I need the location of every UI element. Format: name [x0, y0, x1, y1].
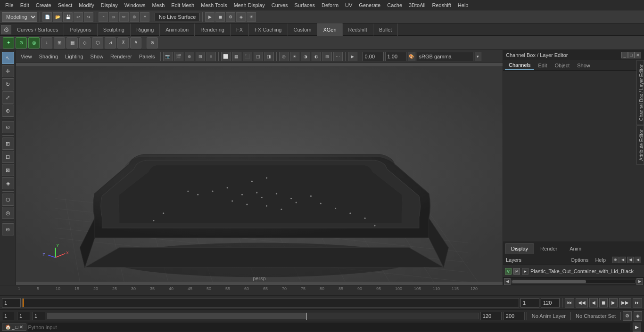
light-icon[interactable]: ☀ [290, 52, 299, 61]
menu-item-surfaces[interactable]: Surfaces [291, 1, 318, 9]
tab-redshift[interactable]: Redshift [343, 24, 373, 36]
layer-new-icon[interactable]: ⊕ [612, 257, 619, 263]
tab-curves-surfaces[interactable]: Curves / Surfaces [11, 24, 64, 36]
select-by-hierarchy-icon[interactable]: ⋯ [99, 12, 108, 22]
bounding-box-icon[interactable]: ◫ [254, 52, 263, 61]
pb-play-back[interactable]: ◀ [589, 298, 598, 308]
select-tool[interactable]: ↖ [2, 52, 14, 64]
hud-icon[interactable]: ⋯ [333, 52, 343, 61]
scroll-left-btn[interactable]: ◀ [504, 278, 511, 285]
snap-curve-tool[interactable]: ⊠ [2, 164, 14, 176]
rotation-value[interactable] [363, 52, 384, 61]
range-start-input[interactable] [520, 298, 539, 308]
ao-icon[interactable]: ◐ [312, 52, 321, 61]
cb-tab-show[interactable]: Show [573, 62, 594, 69]
xgen-paint-tool[interactable]: ⬡ [2, 194, 14, 206]
soft-mod-icon[interactable]: ⊚ [130, 12, 139, 22]
menu-item-file[interactable]: File [2, 1, 17, 9]
render-icon[interactable]: ▶ [205, 12, 215, 22]
smooth-icon[interactable]: ⬛ [243, 52, 252, 61]
layers-help-btn[interactable]: Help [593, 257, 608, 263]
xgen-icon-12[interactable]: ⊗ [147, 37, 158, 49]
light-editor-icon[interactable]: ☀ [247, 12, 256, 22]
menu-item-generate[interactable]: Generate [355, 1, 384, 9]
scene-max-btn[interactable]: □ [16, 324, 18, 330]
layers-options-btn[interactable]: Options [568, 257, 591, 263]
xgen-icon-9[interactable]: ⊿ [105, 37, 116, 49]
tab-fx[interactable]: FX [231, 24, 249, 36]
snap-icon[interactable]: ⌖ [140, 12, 149, 22]
pb-stop[interactable]: ◼ [599, 298, 608, 308]
tab-xgen[interactable]: XGen [317, 24, 342, 36]
status-frame-2[interactable] [17, 312, 30, 320]
colorspace-icon[interactable]: 🎨 [408, 52, 415, 61]
status-frame-3[interactable] [32, 312, 45, 320]
channel-box-minimize[interactable]: _ [621, 52, 628, 58]
tab-bullet[interactable]: Bullet [373, 24, 398, 36]
tab-polygons[interactable]: Polygons [64, 24, 97, 36]
redo-icon[interactable]: ↪ [84, 12, 93, 22]
python-run-btn[interactable]: ▶ [633, 323, 641, 332]
menu-item-mesh[interactable]: Mesh [149, 1, 168, 9]
xgen-icon-10[interactable]: ⊼ [117, 37, 129, 49]
scene-window-btn[interactable]: 🏠 _ □ ✕ [2, 324, 26, 331]
timeline-ruler[interactable]: 1 5 10 15 20 25 30 35 40 45 50 55 60 65 … [0, 285, 644, 295]
timeline-range-bar[interactable] [47, 313, 479, 319]
layer-item-0[interactable]: V P ▸ Plastic_Take_Out_Container_with_Li… [503, 266, 644, 276]
rotate-tool[interactable]: ↻ [2, 78, 14, 90]
open-file-icon[interactable]: 📂 [53, 12, 62, 22]
tab-rendering[interactable]: Rendering [195, 24, 231, 36]
menu-item-edit-mesh[interactable]: Edit Mesh [168, 1, 198, 9]
menu-item-deform[interactable]: Deform [318, 1, 342, 9]
layer-move-down-icon[interactable]: ◀ [627, 257, 634, 263]
timeline-track[interactable] [22, 298, 519, 308]
edge-tab-attribute-editor[interactable]: Attribute Editor [636, 125, 644, 165]
pb-play-fwd[interactable]: ▶ [609, 298, 618, 308]
smooth-wire-icon[interactable]: ▦ [232, 52, 241, 61]
snap-grid-tool[interactable]: ⊟ [2, 151, 14, 163]
xray-icon[interactable]: ◨ [264, 52, 274, 61]
layer-p-0[interactable]: P [513, 268, 520, 275]
menu-item-display[interactable]: Display [98, 1, 121, 9]
edge-tab-channel-box[interactable]: Channel Box / Layer Editor [636, 60, 644, 125]
tab-animation[interactable]: Animation [160, 24, 195, 36]
menu-item-help[interactable]: Help [454, 1, 472, 9]
display-tab-display[interactable]: Display [505, 243, 534, 254]
ipr-icon[interactable]: ◼ [215, 12, 225, 22]
vp-menu-show[interactable]: Show [88, 53, 107, 60]
save-file-icon[interactable]: 💾 [63, 12, 73, 22]
status-end-frame[interactable] [480, 312, 502, 320]
tab-custom[interactable]: Custom [288, 24, 318, 36]
move-tool[interactable]: ✛ [2, 65, 14, 77]
scroll-right-btn[interactable]: ▶ [636, 278, 643, 285]
cb-tab-channels[interactable]: Channels [505, 61, 534, 70]
scene-close-btn[interactable]: ✕ [19, 324, 23, 330]
wireframe-icon[interactable]: ⬜ [221, 52, 231, 61]
colorspace-field[interactable] [417, 52, 473, 61]
display-tab-anim[interactable]: Anim [563, 243, 587, 254]
layer-scroll-track[interactable] [512, 280, 636, 283]
layer-vis-0[interactable]: V [505, 268, 512, 275]
python-input[interactable] [22, 323, 630, 332]
menu-item-mesh-tools[interactable]: Mesh Tools [198, 1, 230, 9]
vp-menu-shading[interactable]: Shading [36, 53, 61, 60]
channel-box-maximize[interactable]: □ [628, 52, 635, 58]
grid-icon[interactable]: ⊞ [322, 52, 332, 61]
layer-arrow-0[interactable]: ▸ [522, 268, 528, 275]
undo-icon[interactable]: ↩ [74, 12, 83, 22]
tab-fx-caching[interactable]: FX Caching [249, 24, 288, 36]
pb-step-back[interactable]: ◀◀ [576, 298, 588, 308]
vp-menu-panels[interactable]: Panels [136, 53, 158, 60]
xgen-icon-3[interactable]: ◎ [28, 37, 40, 49]
xgen-icon-11[interactable]: ⊻ [130, 37, 141, 49]
universal-manip[interactable]: ⊕ [2, 105, 14, 117]
cb-tab-object[interactable]: Object [551, 62, 573, 69]
menu-item-select[interactable]: Select [55, 1, 76, 9]
channel-box-close[interactable]: ✕ [635, 52, 641, 58]
scene-min-btn[interactable]: _ [12, 324, 15, 330]
mode-dropdown[interactable]: Modeling [2, 12, 37, 22]
menu-item-uv[interactable]: UV [342, 1, 355, 9]
xgen-icon-4[interactable]: ↓ [41, 37, 52, 49]
menu-item-windows[interactable]: Windows [121, 1, 149, 9]
xgen-icon-6[interactable]: ▦ [66, 37, 78, 49]
